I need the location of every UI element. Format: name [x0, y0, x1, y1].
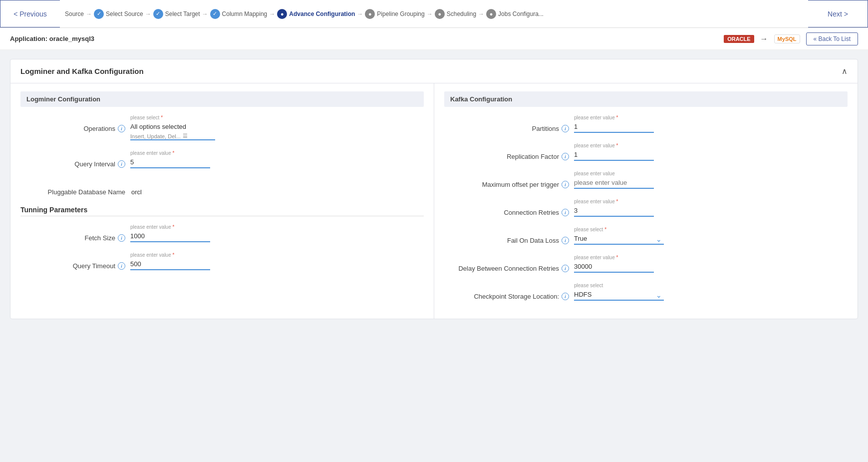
max-offset-hint: please enter value [574, 171, 848, 176]
fetch-size-row: Fetch Size i please enter value * [20, 224, 424, 242]
query-interval-row: Query Interval i please enter value * 5 [20, 150, 424, 168]
partitions-info-icon[interactable]: i [562, 125, 569, 132]
query-timeout-label: Query Timeout [73, 262, 115, 270]
step-jobs-config[interactable]: ● Jobs Configura... [486, 9, 544, 19]
step-select-target-icon: ✓ [153, 9, 163, 19]
fetch-size-label-wrapper: Fetch Size i [20, 224, 130, 242]
step-source-label: Source [65, 10, 84, 17]
delay-retries-row: Delay Between Connection Retries i pleas… [444, 255, 848, 273]
replication-factor-label: Replication Factor [507, 153, 559, 160]
delay-retries-hint: please enter value * [574, 255, 848, 260]
fetch-size-hint: please enter value * [130, 224, 424, 230]
application-label: Application: oracle_mysql3 [10, 35, 94, 42]
query-interval-label: Query Interval [74, 160, 115, 168]
fail-on-data-loss-select[interactable]: True False [574, 233, 664, 245]
query-interval-info-icon[interactable]: i [118, 160, 125, 168]
query-timeout-label-wrapper: Query Timeout i [20, 252, 130, 270]
operations-label-wrapper: Operations i [20, 115, 130, 132]
fail-on-data-loss-label-wrapper: Fail On Data Loss i [444, 227, 574, 244]
max-offset-field: please enter value [574, 171, 848, 189]
step-pipeline-grouping[interactable]: ● Pipeline Grouping → [365, 9, 434, 19]
section-card: Logminer and Kafka Configuration ∧ Logmi… [10, 59, 858, 319]
step-scheduling-icon: ● [435, 9, 445, 19]
delay-retries-info-icon[interactable]: i [562, 265, 569, 272]
step-arrow-4: → [357, 10, 363, 17]
operations-multiselect[interactable]: All options selected Insert, Update, Del… [130, 121, 215, 140]
fetch-size-info-icon[interactable]: i [118, 234, 125, 242]
fail-on-data-loss-field: please select * True False ⌄ [574, 227, 848, 245]
fail-on-data-loss-info-icon[interactable]: i [562, 237, 569, 244]
operations-field: please select * All options selected Ins… [130, 115, 424, 140]
checkpoint-storage-label: Checkpoint Storage Location: [474, 293, 559, 300]
step-select-source[interactable]: ✓ Select Source → [94, 9, 153, 19]
partitions-input[interactable] [574, 121, 654, 133]
step-scheduling[interactable]: ● Scheduling → [435, 9, 486, 19]
connection-retries-info-icon[interactable]: i [562, 209, 569, 216]
logminer-col: Logminer Configuration Operations i plea… [10, 83, 434, 319]
partitions-hint: please enter value * [574, 115, 848, 120]
checkpoint-storage-field: please select HDFS S3 GCS ⌄ [574, 283, 848, 301]
delay-retries-label: Delay Between Connection Retries [458, 265, 559, 272]
max-offset-label: Maximum offset per trigger [482, 181, 559, 188]
query-timeout-info-icon[interactable]: i [118, 262, 125, 270]
replication-factor-hint: please enter value * [574, 143, 848, 148]
step-column-mapping-label: Column Mapping [222, 10, 268, 17]
max-offset-info-icon[interactable]: i [562, 181, 569, 188]
steps-container: Source → ✓ Select Source → ✓ Select Targ… [60, 0, 808, 27]
partitions-label-wrapper: Partitions i [444, 115, 574, 132]
query-timeout-row: Query Timeout i please enter value * [20, 252, 424, 270]
partitions-label: Partitions [532, 125, 559, 132]
operations-menu-icon[interactable]: ☰ [183, 133, 188, 139]
step-arrow-6: → [478, 10, 484, 17]
delay-retries-input[interactable] [574, 261, 654, 273]
operations-label: Operations [83, 125, 115, 132]
pluggable-db-label: Pluggable Database Name [48, 188, 125, 196]
pluggable-db-field: orcl [130, 178, 424, 196]
query-interval-field: please enter value * 5 [130, 150, 424, 168]
fetch-size-input[interactable] [130, 231, 210, 242]
replication-factor-info-icon[interactable]: i [562, 153, 569, 160]
checkpoint-storage-info-icon[interactable]: i [562, 293, 569, 300]
back-to-list-button[interactable]: « Back To List [806, 32, 858, 45]
step-jobs-config-icon: ● [486, 9, 496, 19]
step-jobs-config-label: Jobs Configura... [498, 10, 544, 17]
step-select-source-icon: ✓ [94, 9, 104, 19]
step-advance-config[interactable]: ● Advance Configuration → [277, 9, 365, 19]
fail-on-data-loss-hint: please select * [574, 227, 848, 232]
fetch-size-label: Fetch Size [85, 234, 115, 242]
step-column-mapping[interactable]: ✓ Column Mapping → [210, 9, 278, 19]
section-header: Logminer and Kafka Configuration ∧ [10, 59, 858, 83]
pluggable-db-value: orcl [130, 178, 424, 196]
step-column-mapping-icon: ✓ [210, 9, 220, 19]
prev-button[interactable]: < Previous [0, 0, 60, 27]
query-interval-hint: please enter value * [130, 150, 424, 156]
next-button[interactable]: Next > [808, 0, 868, 27]
replication-factor-row: Replication Factor i please enter value … [444, 143, 848, 161]
tuning-divider [20, 216, 424, 216]
operations-info-icon[interactable]: i [118, 125, 125, 132]
replication-factor-input[interactable] [574, 149, 654, 161]
step-select-target-label: Select Target [165, 10, 200, 17]
config-body: Logminer Configuration Operations i plea… [10, 83, 858, 319]
step-arrow-1: → [145, 10, 151, 17]
oracle-badge: ORACLE [724, 35, 754, 43]
max-offset-input[interactable] [574, 177, 654, 189]
fail-on-data-loss-select-wrapper: True False ⌄ [574, 233, 664, 245]
connection-retries-field: please enter value * [574, 199, 848, 217]
step-arrow-2: → [202, 10, 208, 17]
connection-retries-hint: please enter value * [574, 199, 848, 204]
collapse-icon[interactable]: ∧ [842, 66, 848, 76]
top-nav: < Previous Source → ✓ Select Source → ✓ … [0, 0, 868, 28]
section-title: Logminer and Kafka Configuration [20, 67, 144, 75]
query-timeout-input[interactable] [130, 259, 210, 270]
step-source: Source → [65, 10, 94, 17]
checkpoint-storage-select[interactable]: HDFS S3 GCS [574, 289, 664, 301]
partitions-field: please enter value * [574, 115, 848, 133]
step-select-target[interactable]: ✓ Select Target → [153, 9, 210, 19]
max-offset-label-wrapper: Maximum offset per trigger i [444, 171, 574, 188]
logminer-header: Logminer Configuration [20, 91, 424, 107]
checkpoint-storage-hint: please select [574, 283, 848, 288]
operations-hint: please select * [130, 115, 424, 120]
connection-retries-input[interactable] [574, 205, 654, 217]
query-interval-input[interactable]: 5 [130, 157, 210, 168]
